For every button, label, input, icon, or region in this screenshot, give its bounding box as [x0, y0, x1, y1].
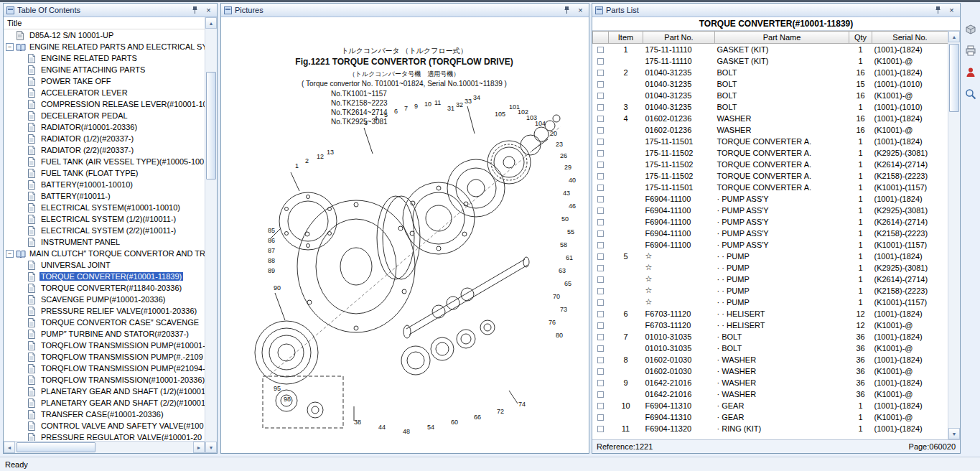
parts-row[interactable]: 175-11-11501TORQUE CONVERTER A.1(1001)-(… — [593, 136, 948, 147]
toc-item[interactable]: PRESSURE REGULATOR VALVE(#10001-20 — [4, 432, 205, 441]
scroll-up-icon[interactable]: ▲ — [948, 31, 960, 42]
scrollbar-thumb[interactable] — [949, 44, 959, 112]
row-checkbox[interactable] — [597, 288, 604, 294]
parts-row[interactable]: 901642-21016· WASHER36(1001)-(1824) — [593, 377, 948, 388]
toc-item[interactable]: TORQFLOW TRANSMISSION PUMP(#10001- — [4, 340, 205, 351]
toc-item[interactable]: D85A-12 S/N 10001-UP — [4, 29, 205, 41]
parts-row[interactable]: 01602-01030· WASHER36(K1001)-@ — [593, 365, 948, 377]
parts-row[interactable]: 301040-31235BOLT1(1001)-(1010) — [593, 101, 948, 113]
parts-row[interactable]: F6904-11100· PUMP ASS'Y1(1001)-(1824) — [593, 193, 948, 205]
toc-item[interactable]: UNIVERSAL JOINT — [4, 259, 205, 271]
parts-row[interactable]: 175-11-11502TORQUE CONVERTER A.1(K2158)-… — [593, 170, 948, 182]
row-checkbox[interactable] — [597, 345, 604, 352]
row-checkbox[interactable] — [597, 403, 604, 409]
close-icon[interactable]: × — [575, 5, 586, 15]
parts-row[interactable]: ☆· · PUMP1(K2158)-(2223) — [593, 285, 948, 297]
scrollbar-thumb[interactable] — [17, 442, 95, 452]
pin-icon[interactable] — [933, 5, 943, 15]
parts-row[interactable]: 201040-31235BOLT16(1001)-(1824) — [593, 67, 948, 78]
row-checkbox[interactable] — [597, 265, 604, 271]
parts-row[interactable]: 175-11-11110GASKET (KIT)1(K1001)-@ — [593, 55, 948, 67]
scroll-left-icon[interactable]: ◄ — [4, 442, 15, 453]
toc-item[interactable]: PRESSURE RELIEF VALVE(#10001-20336) — [4, 305, 205, 317]
toc-item[interactable]: INSTRUMENT PANEL — [4, 236, 205, 248]
column-header-partname[interactable]: Part Name — [715, 32, 849, 44]
row-checkbox[interactable] — [597, 334, 604, 340]
column-header-qty[interactable]: Qty — [849, 32, 872, 44]
collapse-icon[interactable]: − — [6, 250, 14, 258]
zoom-icon[interactable] — [963, 86, 979, 102]
parts-row[interactable]: 01040-31235BOLT15(1001)-(1010) — [593, 78, 948, 90]
row-checkbox[interactable] — [597, 426, 604, 432]
parts-row[interactable]: ☆· · PUMP1(K2614)-(2714) — [593, 274, 948, 285]
figure-viewport[interactable]: トルクコンバータ （トルクフロー式） Fig.1221 TORQUE CONVE… — [221, 17, 589, 453]
parts-row[interactable]: F6904-11310· GEAR1(K1001)-@ — [593, 411, 948, 423]
toc-item[interactable]: RADIATOR (1/2)(#20337-) — [4, 133, 205, 144]
row-checkbox[interactable] — [597, 253, 604, 260]
toc-item[interactable]: FUEL TANK (AIR VESSEL TYPE)(#10005-100 — [4, 156, 205, 167]
parts-row[interactable]: 10F6904-11310· GEAR1(1001)-(1824) — [593, 400, 948, 411]
toc-horizontal-scrollbar[interactable]: ◄ ► — [4, 441, 205, 453]
scroll-up-icon[interactable]: ▲ — [205, 17, 217, 29]
pin-icon[interactable] — [561, 5, 572, 15]
toc-item[interactable]: RADIATOR(#10001-20336) — [4, 121, 205, 133]
toc-item[interactable]: FUEL TANK (FLOAT TYPE) — [4, 167, 205, 179]
toc-item[interactable]: ENGINE RELATED PARTS — [4, 52, 205, 64]
parts-row[interactable]: ☆· · PUMP1(K1001)-(1157) — [593, 297, 948, 308]
row-checkbox[interactable] — [597, 242, 604, 248]
row-checkbox[interactable] — [597, 414, 604, 421]
column-header-partno[interactable]: Part No. — [643, 32, 715, 44]
row-checkbox[interactable] — [597, 70, 604, 76]
row-checkbox[interactable] — [597, 322, 604, 329]
row-checkbox[interactable] — [597, 391, 604, 398]
row-checkbox[interactable] — [597, 58, 604, 65]
row-checkbox[interactable] — [597, 116, 604, 122]
row-checkbox[interactable] — [597, 47, 604, 53]
row-checkbox[interactable] — [597, 196, 604, 202]
parts-row[interactable]: 01602-01236WASHER16(K1001)-@ — [593, 124, 948, 136]
parts-row[interactable]: 175-11-11501TORQUE CONVERTER A.1(K1001)-… — [593, 182, 948, 193]
user-icon[interactable] — [963, 65, 979, 80]
toc-item[interactable]: ELECTRICAL SYSTEM (1/2)(#10011-) — [4, 213, 205, 225]
toc-vertical-scrollbar[interactable]: ▲ ▼ — [205, 17, 217, 453]
parts-row[interactable]: ☆· · PUMP1(K2925)-(3081) — [593, 262, 948, 274]
toc-item[interactable]: TORQFLOW TRANSMISSION PUMP(#.-2109 — [4, 351, 205, 363]
toc-item[interactable]: BATTERY(#10011-) — [4, 190, 205, 202]
parts-row[interactable]: 1175-11-11110GASKET (KIT)1(1001)-(1824) — [593, 44, 948, 55]
parts-row[interactable]: 175-11-11502TORQUE CONVERTER A.1(K2925)-… — [593, 147, 948, 159]
toc-item[interactable]: BATTERY(#10001-10010) — [4, 179, 205, 190]
parts-vertical-scrollbar[interactable]: ▲ ▼ — [948, 31, 960, 439]
printer-icon[interactable] — [963, 43, 979, 59]
row-checkbox[interactable] — [597, 173, 604, 179]
column-header-serial[interactable]: Serial No. — [872, 32, 948, 44]
toc-item[interactable]: TORQUE CONVERTER(#11840-20336) — [4, 282, 205, 294]
box-icon[interactable] — [963, 22, 979, 37]
row-checkbox[interactable] — [597, 185, 604, 191]
parts-row[interactable]: F6904-11100· PUMP ASS'Y1(K1001)-(1157) — [593, 239, 948, 251]
row-checkbox[interactable] — [597, 299, 604, 306]
toc-item[interactable]: PLANETARY GEAR AND SHAFT (1/2)(#10001 — [4, 386, 205, 397]
row-checkbox[interactable] — [597, 207, 604, 214]
toc-item[interactable]: CONTROL VALVE AND SAFETY VALVE(#100 — [4, 420, 205, 432]
toc-item[interactable]: ENGINE ATTACHING PARTS — [4, 64, 205, 75]
toc-item[interactable]: −MAIN CLUTCH″ TORQUE CONVERTOR AND TR — [4, 248, 205, 259]
scroll-right-icon[interactable]: ► — [193, 442, 205, 453]
toc-item[interactable]: TORQFLOW TRANSMISSION PUMP(#21094- — [4, 363, 205, 374]
parts-row[interactable]: 01642-21016· WASHER36(K1001)-@ — [593, 388, 948, 400]
toc-item[interactable]: −ENGINE RELATED PARTS AND ELECTRICAL SY — [4, 41, 205, 52]
pin-icon[interactable] — [190, 5, 200, 15]
toc-item[interactable]: ELECTRICAL SYSTEM (2/2)(#10011-) — [4, 225, 205, 236]
row-checkbox[interactable] — [597, 139, 604, 145]
toc-item[interactable]: PUMP″ TURBINE AND STATOR(#20337-) — [4, 328, 205, 340]
row-checkbox[interactable] — [597, 93, 604, 99]
parts-row[interactable]: F6904-11100· PUMP ASS'Y1(K2158)-(2223) — [593, 228, 948, 239]
toc-item[interactable]: TORQUE CONVERTOR CASE″ SCAVENGE — [4, 317, 205, 328]
row-checkbox[interactable] — [597, 81, 604, 88]
parts-row[interactable]: 175-11-11502TORQUE CONVERTER A.1(K2614)-… — [593, 159, 948, 170]
parts-row[interactable]: 6F6703-11120· · HELISERT12(1001)-(1824) — [593, 308, 948, 320]
row-checkbox[interactable] — [597, 357, 604, 363]
parts-row[interactable]: 701010-31035· BOLT36(1001)-(1824) — [593, 331, 948, 342]
row-checkbox[interactable] — [597, 219, 604, 225]
parts-row[interactable]: 801602-01030· WASHER36(1001)-(1824) — [593, 354, 948, 365]
parts-row[interactable]: 5☆· · PUMP1(1001)-(1824) — [593, 251, 948, 262]
